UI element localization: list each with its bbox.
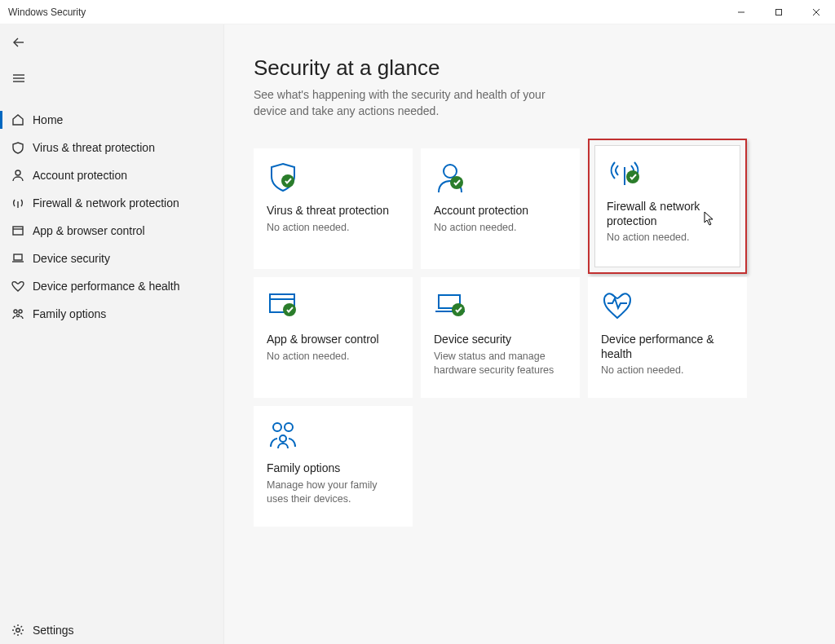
- heart-pulse-icon: [601, 290, 734, 324]
- sidebar-item-virus[interactable]: Virus & threat protection: [0, 134, 223, 161]
- card-performance-health[interactable]: Device performance & health No action ne…: [588, 277, 747, 398]
- browser-icon: [11, 224, 33, 237]
- laptop-check-icon: [434, 290, 567, 324]
- sidebar-item-firewall[interactable]: Firewall & network protection: [0, 189, 223, 217]
- sidebar-item-label: Virus & threat protection: [33, 141, 155, 154]
- family-icon: [267, 419, 400, 453]
- card-title: App & browser control: [267, 333, 400, 347]
- card-family-options[interactable]: Family options Manage how your family us…: [254, 406, 413, 527]
- page-title: Security at a glance: [254, 55, 806, 81]
- window-title: Windows Security: [8, 7, 86, 18]
- card-subtitle: No action needed.: [267, 350, 400, 364]
- maximize-button[interactable]: [760, 0, 797, 24]
- svg-rect-10: [13, 227, 23, 235]
- highlight-annotation: Firewall & network protection No action …: [588, 139, 747, 274]
- card-account-protection[interactable]: Account protection No action needed.: [421, 148, 580, 269]
- minimize-button[interactable]: [722, 0, 760, 24]
- sidebar-item-settings[interactable]: Settings: [0, 616, 223, 644]
- sidebar: Home Virus & threat protection Account p…: [0, 24, 224, 644]
- sidebar-item-label: Device performance & health: [33, 280, 180, 293]
- sidebar-item-performance[interactable]: Device performance & health: [0, 272, 223, 300]
- svg-point-29: [273, 423, 281, 431]
- card-subtitle: No action needed.: [434, 221, 567, 235]
- card-grid: Virus & threat protection No action need…: [254, 148, 806, 527]
- svg-point-19: [444, 165, 457, 178]
- card-subtitle: No action needed.: [607, 231, 728, 245]
- card-title: Firewall & network protection: [607, 200, 728, 228]
- antenna-icon: [11, 196, 33, 210]
- svg-point-16: [16, 314, 19, 316]
- card-device-security[interactable]: Device security View status and manage h…: [421, 277, 580, 398]
- sidebar-item-label: Firewall & network protection: [33, 196, 179, 210]
- card-subtitle: No action needed.: [267, 221, 400, 235]
- home-icon: [11, 113, 33, 126]
- close-button[interactable]: [797, 0, 835, 24]
- svg-point-30: [285, 423, 293, 431]
- card-virus-threat[interactable]: Virus & threat protection No action need…: [254, 148, 413, 269]
- sidebar-item-label: Home: [33, 113, 63, 126]
- person-icon: [11, 169, 33, 182]
- svg-point-8: [15, 170, 20, 175]
- gear-icon: [11, 624, 33, 637]
- browser-check-icon: [267, 290, 400, 324]
- sidebar-item-label: Account protection: [33, 169, 127, 182]
- sidebar-item-app-browser[interactable]: App & browser control: [0, 217, 223, 245]
- svg-point-14: [14, 310, 17, 313]
- card-subtitle: View status and manage hardware security…: [434, 350, 567, 377]
- svg-point-17: [16, 629, 20, 633]
- heart-icon: [11, 280, 33, 293]
- sidebar-item-label: Family options: [33, 307, 106, 320]
- sidebar-item-family[interactable]: Family options: [0, 300, 223, 328]
- back-button[interactable]: [0, 28, 223, 57]
- card-title: Device security: [434, 333, 567, 347]
- svg-point-15: [19, 310, 22, 313]
- svg-rect-12: [14, 254, 22, 260]
- sidebar-item-label: Settings: [33, 624, 74, 637]
- title-bar: Windows Security: [0, 0, 835, 24]
- shield-check-icon: [267, 161, 400, 196]
- card-app-browser[interactable]: App & browser control No action needed.: [254, 277, 413, 398]
- shield-icon: [11, 141, 33, 154]
- card-title: Virus & threat protection: [267, 204, 400, 218]
- sidebar-item-label: App & browser control: [33, 224, 145, 237]
- sidebar-item-label: Device security: [33, 252, 110, 265]
- svg-point-31: [280, 435, 286, 442]
- sidebar-item-home[interactable]: Home: [0, 106, 223, 134]
- sidebar-item-account[interactable]: Account protection: [0, 161, 223, 189]
- family-icon: [11, 307, 33, 320]
- card-subtitle: Manage how your family uses their device…: [267, 479, 400, 506]
- person-check-icon: [434, 161, 567, 196]
- antenna-check-icon: [607, 157, 728, 192]
- card-title: Family options: [267, 461, 400, 476]
- hamburger-menu-button[interactable]: [0, 64, 223, 93]
- card-firewall-highlighted[interactable]: Firewall & network protection No action …: [588, 148, 747, 269]
- laptop-icon: [11, 252, 33, 265]
- sidebar-item-device-security[interactable]: Device security: [0, 245, 223, 272]
- svg-rect-1: [776, 9, 782, 15]
- main-content: Security at a glance See what's happenin…: [224, 24, 835, 644]
- page-subtitle: See what's happening with the security a…: [254, 87, 547, 119]
- card-subtitle: No action needed.: [601, 364, 734, 377]
- card-title: Device performance & health: [601, 333, 734, 361]
- card-title: Account protection: [434, 204, 567, 218]
